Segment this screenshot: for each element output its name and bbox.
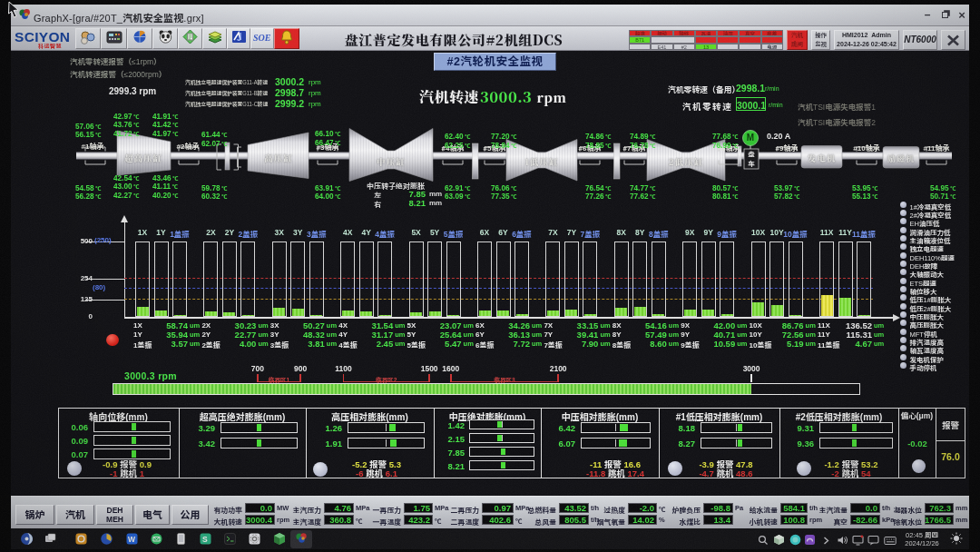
photo-grain (0, 0, 980, 552)
dcs-screen-photo: GraphX-[gra/#20T_汽机安全监视.grx] – × SCIYON … (0, 0, 980, 552)
mouse-cursor (5, 1, 22, 19)
